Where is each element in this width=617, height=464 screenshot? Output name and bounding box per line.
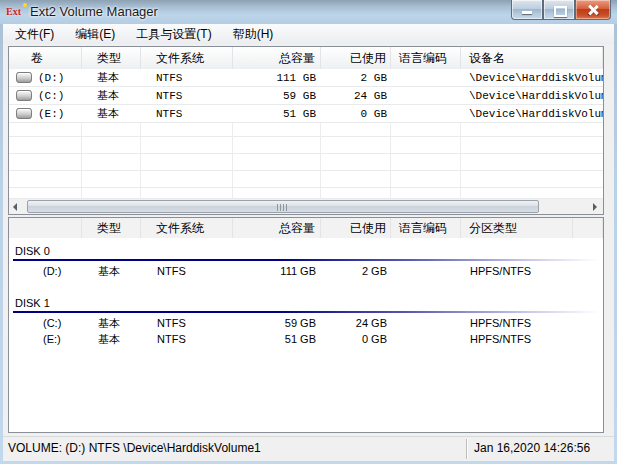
- status-datetime: Jan 16,2020 14:26:56: [474, 441, 590, 455]
- arrow-left-icon: [13, 203, 17, 211]
- title-bar[interactable]: Ext Ext2 Volume Manager: [0, 0, 617, 24]
- close-icon: [587, 4, 599, 16]
- status-bar: VOLUME: (D:) NTFS \Device\HarddiskVolume…: [3, 436, 614, 461]
- scrollbar-grip-icon: [277, 204, 289, 211]
- column-header-blank[interactable]: [9, 218, 82, 238]
- column-header-type[interactable]: 类型: [82, 47, 141, 69]
- column-header-capacity[interactable]: 总容量: [233, 47, 321, 69]
- column-header-capacity[interactable]: 总容量: [233, 218, 321, 238]
- disk-separator-line: [13, 259, 599, 261]
- status-volume-info: VOLUME: (D:) NTFS \Device\HarddiskVolume…: [8, 441, 261, 455]
- menu-file[interactable]: 文件(F): [6, 24, 63, 45]
- scrollbar-thumb[interactable]: [27, 200, 539, 213]
- partition-row-e[interactable]: (E:) 基本 NTFS 51 GB 0 GB HPFS/NTFS: [9, 331, 603, 347]
- column-header-filesystem[interactable]: 文件系统: [141, 47, 233, 69]
- app-icon: Ext: [6, 4, 26, 19]
- column-header-codepage[interactable]: 语言编码: [391, 218, 461, 238]
- volume-row-d[interactable]: (D:) 基本 NTFS 111 GB 2 GB \Device\Harddis…: [9, 69, 603, 87]
- column-header-device[interactable]: 设备名: [461, 47, 603, 69]
- scroll-left-arrow[interactable]: [9, 199, 26, 214]
- column-header-volume[interactable]: 卷: [9, 47, 82, 69]
- maximize-button[interactable]: [543, 0, 575, 20]
- disk-list-pane: 类型 文件系统 总容量 已使用 语言编码 分区类型 DISK 0 (D:) 基本: [8, 217, 604, 433]
- minimize-icon: [522, 11, 532, 14]
- arrow-right-icon: [593, 203, 597, 211]
- column-header-spacer: [573, 218, 603, 238]
- drive-icon: [16, 108, 32, 119]
- column-header-used[interactable]: 已使用: [321, 218, 391, 238]
- menu-bar: 文件(F) 编辑(E) 工具与设置(T) 帮助(H): [3, 24, 614, 45]
- partition-row-c[interactable]: (C:) 基本 NTFS 59 GB 24 GB HPFS/NTFS: [9, 315, 603, 331]
- column-header-used[interactable]: 已使用: [321, 47, 391, 69]
- menu-edit[interactable]: 编辑(E): [66, 24, 124, 45]
- volume-list-body: (D:) 基本 NTFS 111 GB 2 GB \Device\Harddis…: [9, 69, 603, 199]
- disk-group-1: DISK 1 (C:) 基本 NTFS 59 GB 24 GB HPFS/NTF…: [9, 295, 603, 347]
- volume-row-e[interactable]: (E:) 基本 NTFS 51 GB 0 GB \Device\Harddisk…: [9, 105, 603, 123]
- app-icon-dot: [23, 3, 27, 7]
- partition-row-d[interactable]: (D:) 基本 NTFS 111 GB 2 GB HPFS/NTFS: [9, 263, 603, 279]
- maximize-icon: [554, 6, 567, 17]
- menu-tools-settings[interactable]: 工具与设置(T): [127, 24, 220, 45]
- disk-list-header: 类型 文件系统 总容量 已使用 语言编码 分区类型: [9, 218, 603, 239]
- column-header-type[interactable]: 类型: [82, 218, 141, 238]
- column-header-filesystem[interactable]: 文件系统: [141, 218, 233, 238]
- disk-group-title: DISK 1: [9, 295, 603, 310]
- client-area: 卷 类型 文件系统 总容量 已使用 语言编码 设备名 (D:): [3, 44, 614, 461]
- disk-list-body: DISK 0 (D:) 基本 NTFS 111 GB 2 GB HPFS/NTF…: [9, 238, 603, 432]
- status-divider: [466, 439, 467, 459]
- volume-list-pane: 卷 类型 文件系统 总容量 已使用 语言编码 设备名 (D:): [8, 46, 604, 215]
- scroll-right-arrow[interactable]: [586, 199, 603, 214]
- drive-icon: [16, 72, 32, 83]
- disk-group-title: DISK 0: [9, 243, 603, 258]
- volume-list-header: 卷 类型 文件系统 总容量 已使用 语言编码 设备名: [9, 47, 603, 70]
- column-header-partition[interactable]: 分区类型: [461, 218, 573, 238]
- column-header-codepage[interactable]: 语言编码: [391, 47, 461, 69]
- ext2-volume-manager-window: Ext Ext2 Volume Manager 文件(F) 编辑(E) 工具与设…: [0, 0, 617, 464]
- disk-separator-line: [13, 311, 599, 313]
- caption-buttons: [511, 0, 611, 20]
- drive-icon: [16, 90, 32, 101]
- close-button[interactable]: [575, 0, 611, 20]
- disk-group-0: DISK 0 (D:) 基本 NTFS 111 GB 2 GB HPFS/NTF…: [9, 243, 603, 279]
- minimize-button[interactable]: [511, 0, 543, 20]
- volume-row-c[interactable]: (C:) 基本 NTFS 59 GB 24 GB \Device\Harddis…: [9, 87, 603, 105]
- menu-help[interactable]: 帮助(H): [224, 24, 283, 45]
- window-title: Ext2 Volume Manager: [30, 4, 158, 19]
- horizontal-scrollbar[interactable]: [9, 198, 603, 214]
